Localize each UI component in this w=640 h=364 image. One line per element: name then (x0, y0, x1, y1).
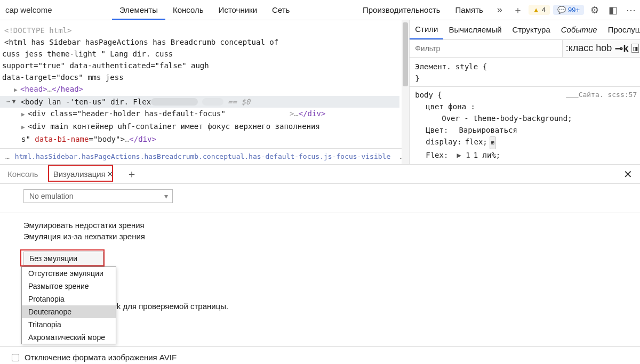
drawer-close-icon[interactable]: ✕ (616, 168, 640, 181)
styles-tab-layout[interactable]: Структура (507, 20, 556, 39)
page-title: cap welcome (0, 5, 112, 14)
cls-toggle[interactable]: :класс hob ⊸k ◨ (562, 40, 640, 57)
drawer-tabs: Консоль Визуализация✕ ＋ ✕ (0, 165, 640, 184)
emulation-select[interactable]: No emulation (23, 189, 173, 203)
dom-scrollbar[interactable] (402, 20, 409, 164)
tab-performance[interactable]: Производительность (355, 0, 448, 20)
dd-item-tritanopia[interactable]: Tritanopia (22, 318, 116, 331)
vision-heading-1: Эмулировать недостатки зрения (23, 221, 617, 230)
tab-elements[interactable]: Элементы (112, 0, 165, 20)
drawer-tab-console[interactable]: Консоль (0, 165, 46, 183)
add-tab-icon[interactable]: ＋ (512, 4, 524, 17)
kebab-icon[interactable]: ⋯ (625, 4, 637, 16)
avif-toggle-row: Отключение формата изображения AVIF (12, 353, 177, 362)
more-tabs-icon[interactable]: » (494, 4, 506, 15)
warnings-badge[interactable]: ▲4 (529, 5, 550, 15)
dd-item-blurred[interactable]: Размытое зрение (22, 280, 116, 293)
vision-heading-2: Эмуляция из-за нехватки зрения (23, 232, 617, 241)
dd-item-achromatic[interactable]: Ахроматический море (22, 331, 116, 344)
tab-network[interactable]: Сеть (265, 0, 297, 20)
devtools-toolbar: cap welcome Элементы Консоль Источники С… (0, 0, 640, 20)
dd-item-none[interactable]: Отсутствие эмуляции (22, 267, 116, 280)
drawer: Консоль Визуализация✕ ＋ ✕ No emulation Э… (0, 164, 640, 364)
styles-tab-listeners[interactable]: Прослушиватели (603, 20, 640, 39)
tab-console[interactable]: Консоль (165, 0, 211, 20)
styles-tab-styles[interactable]: Стили (410, 20, 443, 39)
breadcrumb[interactable]: … html.hasSidebar.hasPageActions.hasBrea… (0, 148, 409, 164)
drawer-add-icon[interactable]: ＋ (121, 167, 142, 181)
styles-filter-input[interactable] (410, 41, 562, 56)
styles-panel: Стили Вычисляемый Структура Событие Прос… (410, 20, 640, 164)
messages-badge[interactable]: 💬99+ (553, 5, 584, 15)
avif-label: Отключение формата изображения AVIF (25, 353, 177, 362)
dom-tree[interactable]: <!DOCTYPE html> <html has Sidebar hasPag… (0, 20, 409, 148)
dd-item-protanopia[interactable]: Protanopia (22, 293, 116, 305)
vision-dropdown-list: Отсутствие эмуляции Размытое зрение Prot… (21, 266, 116, 344)
vision-dropdown-selected[interactable]: Без эмуляции (23, 252, 103, 265)
tab-memory[interactable]: Память (448, 0, 491, 20)
tab-sources[interactable]: Источники (211, 0, 265, 20)
dock-icon[interactable]: ◧ (607, 4, 619, 16)
dom-panel: <!DOCTYPE html> <html has Sidebar hasPag… (0, 20, 410, 164)
avif-checkbox[interactable] (12, 354, 19, 361)
main-tabs: Элементы Консоль Источники Сеть (112, 0, 297, 20)
vision-dropdown[interactable]: Без эмуляции Отсутствие эмуляции Размыто… (23, 252, 103, 265)
drawer-tab-rendering[interactable]: Визуализация✕ (46, 165, 121, 183)
settings-icon[interactable]: ⚙ (589, 4, 601, 16)
add-rule-icon[interactable]: ◨ (631, 44, 639, 53)
styles-tabs: Стили Вычисляемый Структура Событие Прос… (410, 20, 640, 40)
styles-rules[interactable]: Элемент. style { } body { Сайта. scss:57… (410, 58, 640, 164)
styles-tab-computed[interactable]: Вычисляемый (443, 20, 507, 39)
main-tabs-overflow: Производительность Память (355, 0, 491, 20)
dd-item-deuteranope[interactable]: Deuteranope (22, 305, 116, 318)
styles-tab-event[interactable]: Событие (556, 20, 603, 39)
